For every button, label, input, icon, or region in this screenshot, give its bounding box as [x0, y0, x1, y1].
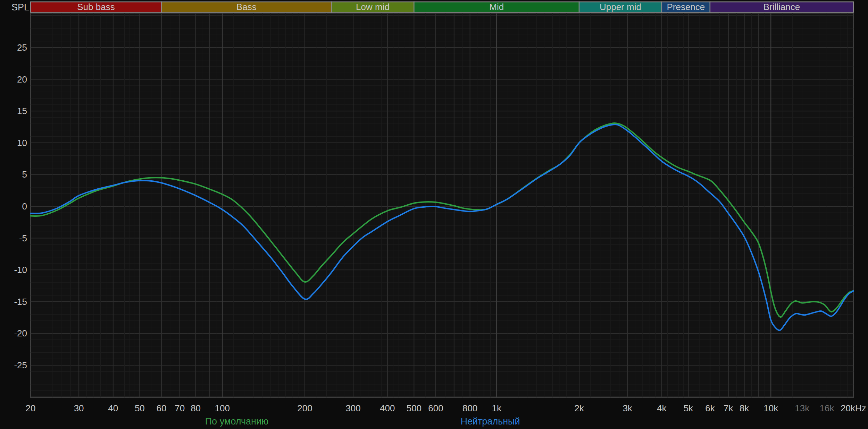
x-tick-label: 20kHz — [841, 403, 866, 413]
y-tick-label: 5 — [22, 169, 27, 180]
x-tick-label: 30 — [74, 403, 84, 413]
y-tick-label: 20 — [17, 74, 27, 85]
band-header: Sub bassBassLow midMidUpper midPresenceB… — [31, 2, 853, 12]
band-label: Sub bass — [77, 2, 115, 12]
x-tick-label: 20 — [26, 403, 36, 413]
y-tick-label: 0 — [22, 201, 27, 212]
x-tick-label: 16k — [819, 403, 834, 413]
x-tick-label: 3k — [623, 403, 632, 413]
x-tick-labels: 203040506070801002003004005006008001k2k3… — [26, 403, 866, 413]
spl-axis-title: SPL — [0, 2, 29, 13]
x-tick-label: 2k — [574, 403, 584, 413]
y-tick-label: -20 — [14, 328, 27, 338]
x-tick-label: 80 — [191, 403, 201, 413]
frequency-response-chart: Sub bassBassLow midMidUpper midPresenceB… — [0, 0, 868, 429]
x-tick-label: 800 — [462, 403, 477, 413]
x-tick-label: 400 — [380, 403, 395, 413]
y-tick-labels: 2520151050-5-10-15-20-25 — [14, 42, 27, 370]
band-label: Bass — [236, 2, 257, 12]
chart-canvas: Sub bassBassLow midMidUpper midPresenceB… — [0, 0, 868, 429]
band-label: Low mid — [356, 2, 390, 12]
legend-item-neutral[interactable]: Нейтральный — [460, 416, 520, 427]
x-tick-label: 60 — [156, 403, 166, 413]
x-tick-label: 100 — [215, 403, 229, 413]
band-label: Brilliance — [763, 2, 800, 12]
x-tick-label: 1k — [492, 403, 501, 413]
x-tick-label: 500 — [407, 403, 422, 413]
y-tick-label: 15 — [17, 106, 27, 116]
x-tick-label: 40 — [108, 403, 118, 413]
y-tick-label: -15 — [14, 297, 27, 307]
grid-horizontal — [31, 16, 853, 397]
y-tick-label: -10 — [14, 265, 27, 275]
x-tick-label: 600 — [428, 403, 443, 413]
x-tick-label: 50 — [135, 403, 145, 413]
y-tick-label: -25 — [14, 360, 27, 370]
band-label: Presence — [667, 2, 705, 12]
x-tick-label: 5k — [684, 403, 693, 413]
y-tick-label: 10 — [17, 138, 27, 148]
x-tick-label: 8k — [740, 403, 749, 413]
x-tick-label: 300 — [345, 403, 360, 413]
legend-item-default[interactable]: По умолчанию — [205, 416, 269, 427]
x-tick-label: 10k — [763, 403, 778, 413]
x-tick-label: 13k — [795, 403, 810, 413]
x-tick-label: 4k — [657, 403, 667, 413]
y-tick-label: 25 — [17, 42, 27, 53]
x-tick-label: 6k — [705, 403, 715, 413]
y-tick-label: -5 — [19, 233, 27, 243]
x-tick-label: 200 — [297, 403, 312, 413]
x-tick-label: 7k — [724, 403, 733, 413]
band-label: Mid — [489, 2, 504, 12]
band-label: Upper mid — [600, 2, 641, 12]
x-tick-label: 70 — [175, 403, 185, 413]
